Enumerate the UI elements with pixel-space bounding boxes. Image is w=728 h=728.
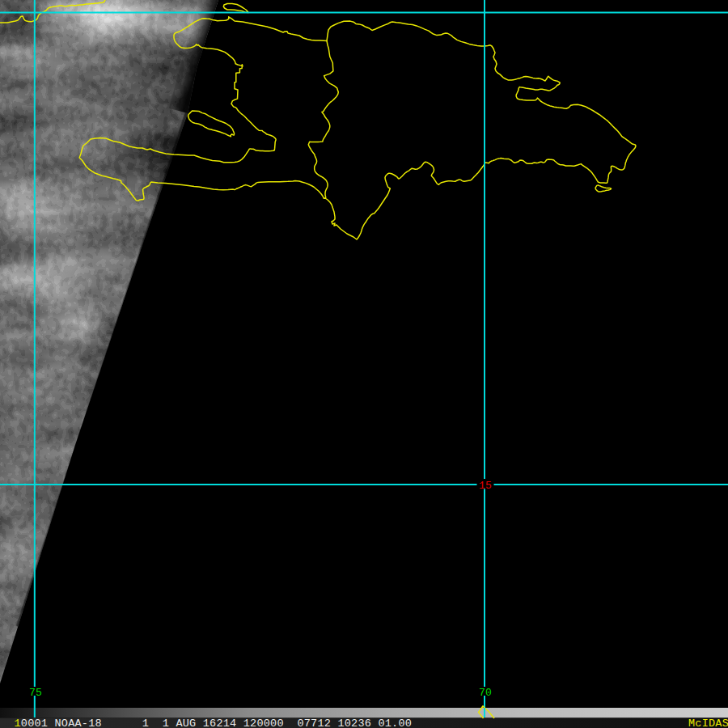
svg-text:15: 15 (479, 480, 492, 492)
svg-text:70: 70 (479, 687, 492, 699)
svg-text:McIDAS: McIDAS (688, 717, 728, 728)
svg-text:0001 NOAA-18 1 1 AUG 162: 0001 NOAA-18 1 1 AUG 16214 120000 07712 … (21, 717, 412, 728)
svg-text:75: 75 (29, 687, 42, 699)
svg-text:1: 1 (15, 717, 21, 728)
